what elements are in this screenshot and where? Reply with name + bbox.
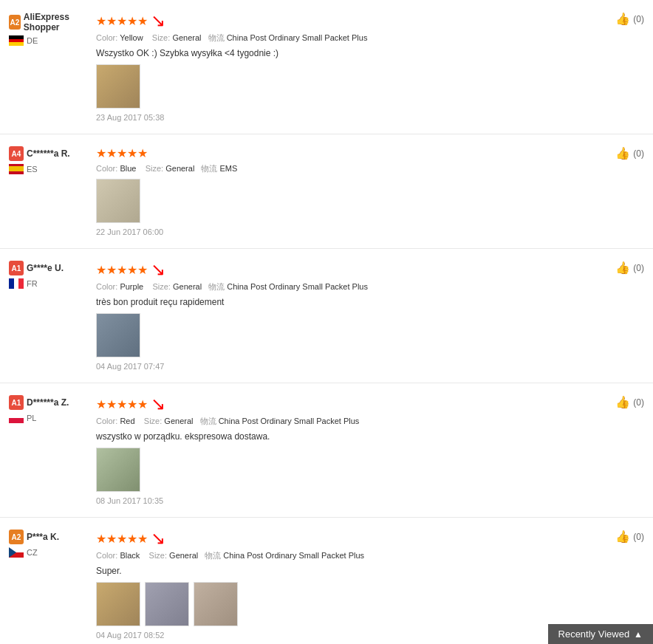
review-images xyxy=(96,64,638,109)
size-value: General xyxy=(165,164,194,173)
star-filled: ★ xyxy=(117,14,127,28)
logistics-value: EMS xyxy=(219,164,237,173)
logistics-label: 物流 xyxy=(201,164,217,173)
star-filled: ★ xyxy=(127,263,137,277)
color-value: Blue xyxy=(120,164,136,173)
reviewer-badge: A2 xyxy=(9,530,24,544)
thumbs-up-icon: 👍 xyxy=(615,146,630,160)
logistics-value: China Post Ordinary Small Packet Plus xyxy=(223,551,364,560)
review-item: A1 G****e U. FR ★★★★★ ↘ Color: Purple Si… xyxy=(0,249,653,383)
country-code: DE xyxy=(27,36,38,45)
review-text: Super. xyxy=(96,566,638,576)
review-date: 04 Aug 2017 07:47 xyxy=(96,362,638,371)
like-button[interactable]: 👍 (0) xyxy=(615,530,644,544)
recently-viewed-label: Recently Viewed xyxy=(558,628,630,640)
star-filled: ★ xyxy=(117,146,127,160)
review-image-thumb[interactable] xyxy=(96,179,140,223)
review-date: 22 Jun 2017 06:00 xyxy=(96,227,638,236)
color-label: Color: xyxy=(96,282,117,291)
review-image-thumb[interactable] xyxy=(96,582,140,626)
review-images xyxy=(96,582,638,626)
like-button[interactable]: 👍 (0) xyxy=(615,261,644,275)
review-text: Wszystko OK :) Szybka wysyłka <4 tygodni… xyxy=(96,48,638,58)
review-image-thumb[interactable] xyxy=(96,313,140,357)
color-label: Color: xyxy=(96,551,117,560)
star-filled: ★ xyxy=(137,14,148,28)
color-value: Black xyxy=(120,551,140,560)
size-value: General xyxy=(173,282,202,291)
star-rating: ★★★★★ ↘ xyxy=(96,395,638,413)
review-image-thumb[interactable] xyxy=(96,448,140,492)
rating-arrow: ↘ xyxy=(151,395,165,413)
star-filled: ★ xyxy=(96,263,106,277)
like-button[interactable]: 👍 (0) xyxy=(615,146,644,160)
color-value: Red xyxy=(120,417,134,425)
review-images xyxy=(96,313,638,357)
like-button[interactable]: 👍 (0) xyxy=(615,12,644,26)
star-filled: ★ xyxy=(96,532,106,546)
star-filled: ★ xyxy=(96,14,106,28)
review-image-thumb[interactable] xyxy=(194,582,238,626)
reviewer-info: A1 G****e U. FR xyxy=(9,261,90,371)
review-content: ★★★★★ ↘ Color: Black Size: General 物流 Ch… xyxy=(90,530,644,640)
star-filled: ★ xyxy=(106,14,117,28)
review-item: A2 AliExpress Shopper DE ★★★★★ ↘ Color: … xyxy=(0,0,653,134)
like-count: (0) xyxy=(633,263,644,273)
review-image-thumb[interactable] xyxy=(96,64,140,109)
review-image-thumb[interactable] xyxy=(145,582,189,626)
country-flag xyxy=(9,35,24,46)
like-count: (0) xyxy=(633,532,644,542)
reviewer-info: A2 P***a K. CZ xyxy=(9,530,90,640)
country-code: PL xyxy=(27,414,36,422)
review-item: A4 C******a R. ES ★★★★★ Color: Blue Size… xyxy=(0,134,653,249)
country-code: FR xyxy=(27,279,38,288)
size-value: General xyxy=(164,417,193,425)
star-filled: ★ xyxy=(127,14,137,28)
review-text: très bon produit reçu rapidement xyxy=(96,297,638,307)
review-meta: Color: Blue Size: General 物流 EMS xyxy=(96,163,638,174)
reviewer-badge: A4 xyxy=(9,146,24,161)
size-label: Size: xyxy=(152,33,170,42)
country-code: CZ xyxy=(27,548,38,557)
review-meta: Color: Purple Size: General 物流 China Pos… xyxy=(96,281,638,292)
reviewer-name: D******a Z. xyxy=(27,397,69,408)
reviewer-info: A4 C******a R. ES xyxy=(9,146,90,236)
review-text: wszystko w porządku. ekspresowa dostawa. xyxy=(96,431,638,442)
recently-viewed-bar[interactable]: Recently Viewed ▲ xyxy=(548,624,653,644)
star-filled: ★ xyxy=(106,532,117,546)
logistics-label: 物流 xyxy=(205,551,221,560)
reviewer-badge: A1 xyxy=(9,395,24,410)
star-filled: ★ xyxy=(127,397,137,411)
star-filled: ★ xyxy=(117,397,127,411)
rating-arrow: ↘ xyxy=(151,261,165,278)
review-content: ★★★★★ Color: Blue Size: General 物流 EMS 2… xyxy=(90,146,644,236)
star-filled: ★ xyxy=(106,146,117,160)
reviewer-name: AliExpress Shopper xyxy=(24,12,90,32)
size-value: General xyxy=(172,33,201,42)
logistics-label: 物流 xyxy=(200,417,216,425)
color-label: Color: xyxy=(96,417,117,425)
country-flag xyxy=(9,278,24,289)
thumbs-up-icon: 👍 xyxy=(615,530,630,544)
logistics-value: China Post Ordinary Small Packet Plus xyxy=(227,282,368,291)
reviewer-info: A1 D******a Z. PL xyxy=(9,395,90,505)
star-filled: ★ xyxy=(117,532,127,546)
like-count: (0) xyxy=(633,397,644,408)
rating-arrow: ↘ xyxy=(151,12,165,30)
reviewer-name: G****e U. xyxy=(27,263,64,273)
star-filled: ★ xyxy=(127,146,137,160)
star-filled: ★ xyxy=(96,146,106,160)
review-meta: Color: Yellow Size: General 物流 China Pos… xyxy=(96,32,638,44)
country-flag xyxy=(9,413,24,423)
logistics-label: 物流 xyxy=(208,33,225,42)
star-filled: ★ xyxy=(96,397,106,411)
thumbs-up-icon: 👍 xyxy=(615,12,630,26)
size-label: Size: xyxy=(149,551,167,560)
star-filled: ★ xyxy=(106,263,117,277)
country-flag xyxy=(9,164,24,174)
like-button[interactable]: 👍 (0) xyxy=(615,395,644,409)
logistics-value: China Post Ordinary Small Packet Plus xyxy=(219,417,360,425)
color-label: Color: xyxy=(96,33,117,42)
thumbs-up-icon: 👍 xyxy=(615,395,630,409)
review-content: ★★★★★ ↘ Color: Yellow Size: General 物流 C… xyxy=(90,12,644,122)
